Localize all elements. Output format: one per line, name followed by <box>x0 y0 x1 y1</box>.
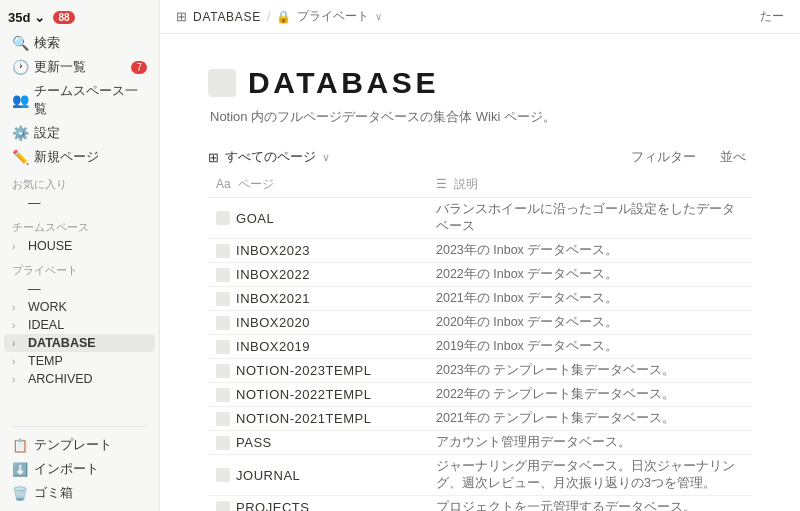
row-desc: 2020年の Inbox データベース。 <box>428 311 752 335</box>
sidebar-item-archived[interactable]: › ARCHIVED <box>4 370 155 388</box>
topbar-right: たー <box>760 8 784 25</box>
sidebar-item-work[interactable]: › WORK <box>4 298 155 316</box>
table-row[interactable]: JOURNALジャーナリング用データベース。日次ジャーナリング、週次レビュー、月… <box>208 455 752 496</box>
sidebar-item-search[interactable]: 🔍 検索 <box>4 31 155 55</box>
row-name: INBOX2020 <box>236 315 310 330</box>
breadcrumb-db-label: DATABASE <box>193 10 261 24</box>
search-icon: 🔍 <box>12 35 28 51</box>
table-row[interactable]: INBOX20222022年の Inbox データベース。 <box>208 263 752 287</box>
row-name: PROJECTS <box>236 500 310 511</box>
view-label-text: すべてのページ <box>225 148 316 166</box>
db-toolbar: ⊞ すべてのページ ∨ フィルター 並べ <box>208 146 752 168</box>
row-icon <box>216 244 230 258</box>
chevron-icon: › <box>12 241 24 252</box>
row-icon <box>216 316 230 330</box>
sidebar-item-ideal[interactable]: › IDEAL <box>4 316 155 334</box>
user-label: たー <box>760 8 784 25</box>
col-page-icon: Aa <box>216 177 231 191</box>
row-name: NOTION-2022TEMPL <box>236 387 371 402</box>
row-icon <box>216 268 230 282</box>
row-name: NOTION-2023TEMPL <box>236 363 371 378</box>
db-topbar-icon: ⊞ <box>176 9 187 24</box>
row-icon <box>216 501 230 512</box>
page-header-icon <box>208 69 236 97</box>
row-desc: 2022年の Inbox データベース。 <box>428 263 752 287</box>
sidebar-item-template[interactable]: 📋 テンプレート <box>4 433 155 457</box>
row-name: NOTION-2021TEMPL <box>236 411 371 426</box>
col-header-page: Aa ページ <box>208 172 428 198</box>
row-desc: 2019年の Inbox データベース。 <box>428 335 752 359</box>
col-desc-icon: ☰ <box>436 177 447 191</box>
table-row[interactable]: INBOX20232023年の Inbox データベース。 <box>208 239 752 263</box>
sidebar-item-temp[interactable]: › TEMP <box>4 352 155 370</box>
row-icon <box>216 211 230 225</box>
trash-icon: 🗑️ <box>12 486 28 501</box>
table-row[interactable]: PROJECTSプロジェクトを一元管理するデータベース。 <box>208 496 752 512</box>
row-name: INBOX2023 <box>236 243 310 258</box>
table-header-row: Aa ページ ☰ 説明 <box>208 172 752 198</box>
database-table: Aa ページ ☰ 説明 GOALバランスホイールに沿ったゴール設定をしたデータベ… <box>208 172 752 511</box>
sidebar-divider <box>12 426 147 427</box>
db-view-label[interactable]: ⊞ すべてのページ ∨ <box>208 148 330 166</box>
row-desc: 2022年の テンプレート集データベース。 <box>428 383 752 407</box>
workspace-badge: 88 <box>53 11 74 24</box>
row-icon <box>216 436 230 450</box>
sidebar-item-settings[interactable]: ⚙️ 設定 <box>4 121 155 145</box>
sidebar-item-trash[interactable]: 🗑️ ゴミ箱 <box>4 481 155 505</box>
row-desc: 2023年の テンプレート集データベース。 <box>428 359 752 383</box>
team-icon: 👥 <box>12 92 28 108</box>
row-desc: アカウント管理用データベース。 <box>428 431 752 455</box>
import-icon: ⬇️ <box>12 462 28 477</box>
row-desc: ジャーナリング用データベース。日次ジャーナリング、週次レビュー、月次振り返りの3… <box>428 455 752 496</box>
table-row[interactable]: PASSアカウント管理用データベース。 <box>208 431 752 455</box>
workspace-name: 35d ⌄ 88 <box>8 10 75 25</box>
table-row[interactable]: INBOX20202020年の Inbox データベース。 <box>208 311 752 335</box>
workspace-chevron: ⌄ <box>34 10 45 25</box>
workspace-header[interactable]: 35d ⌄ 88 <box>0 6 159 31</box>
row-icon <box>216 292 230 306</box>
breadcrumb-sep: / <box>267 10 270 24</box>
main-content: ⊞ DATABASE / 🔒 プライベート ∨ たー DATABASE Noti… <box>160 0 800 511</box>
row-name: INBOX2022 <box>236 267 310 282</box>
row-desc: バランスホイールに沿ったゴール設定をしたデータベース <box>428 198 752 239</box>
filter-button[interactable]: フィルター <box>625 146 702 168</box>
chevron-icon: › <box>12 356 24 367</box>
updates-icon: 🕐 <box>12 59 28 75</box>
lock-icon: 🔒 <box>276 10 291 24</box>
favorites-section-label: お気に入り <box>0 169 159 194</box>
chevron-icon: › <box>12 320 24 331</box>
team-space-section-label: チームスペース <box>0 212 159 237</box>
table-row[interactable]: GOALバランスホイールに沿ったゴール設定をしたデータベース <box>208 198 752 239</box>
sidebar: 35d ⌄ 88 🔍 検索 🕐 更新一覧 7 👥 チームスペース一覧 ⚙️ 設定… <box>0 0 160 511</box>
layout-button[interactable]: 並べ <box>714 146 752 168</box>
sidebar-item-new-page[interactable]: ✏️ 新規ページ <box>4 145 155 169</box>
page-header: DATABASE <box>208 66 752 100</box>
row-name: INBOX2019 <box>236 339 310 354</box>
chevron-icon: › <box>12 338 24 349</box>
sidebar-item-updates[interactable]: 🕐 更新一覧 7 <box>4 55 155 79</box>
sidebar-item-favorites-dash[interactable]: — <box>4 194 155 212</box>
table-row[interactable]: NOTION-2023TEMPL2023年の テンプレート集データベース。 <box>208 359 752 383</box>
table-row[interactable]: NOTION-2021TEMPL2021年の テンプレート集データベース。 <box>208 407 752 431</box>
topbar: ⊞ DATABASE / 🔒 プライベート ∨ たー <box>160 0 800 34</box>
sidebar-item-database[interactable]: › DATABASE <box>4 334 155 352</box>
breadcrumb: ⊞ DATABASE / 🔒 プライベート ∨ <box>176 8 382 25</box>
row-icon <box>216 340 230 354</box>
page-title: DATABASE <box>248 66 439 100</box>
chevron-icon: › <box>12 302 24 313</box>
chevron-icon: › <box>12 374 24 385</box>
sidebar-item-team-spaces[interactable]: 👥 チームスペース一覧 <box>4 79 155 121</box>
table-body: GOALバランスホイールに沿ったゴール設定をしたデータベースINBOX20232… <box>208 198 752 512</box>
row-icon <box>216 468 230 482</box>
sidebar-item-house[interactable]: › HOUSE <box>4 237 155 255</box>
row-name: PASS <box>236 435 272 450</box>
template-icon: 📋 <box>12 438 28 453</box>
table-row[interactable]: NOTION-2022TEMPL2022年の テンプレート集データベース。 <box>208 383 752 407</box>
table-row[interactable]: INBOX20212021年の Inbox データベース。 <box>208 287 752 311</box>
page-subtitle: Notion 内のフルページデータベースの集合体 Wiki ページ。 <box>210 108 752 126</box>
table-row[interactable]: INBOX20192019年の Inbox データベース。 <box>208 335 752 359</box>
sidebar-item-private-dash[interactable]: — <box>4 280 155 298</box>
sidebar-item-import[interactable]: ⬇️ インポート <box>4 457 155 481</box>
row-desc: プロジェクトを一元管理するデータベース。 <box>428 496 752 512</box>
row-name: INBOX2021 <box>236 291 310 306</box>
